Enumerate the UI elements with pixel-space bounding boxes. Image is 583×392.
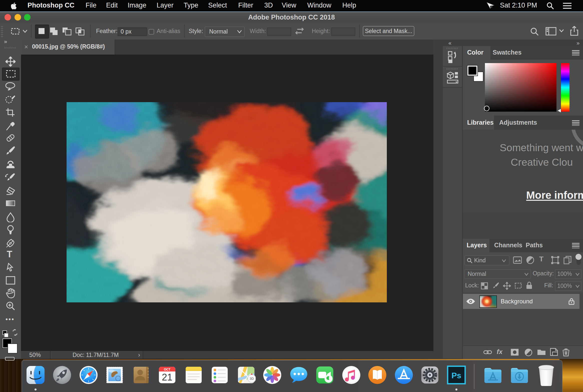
- svg-text:3D: 3D: [249, 377, 254, 380]
- svg-text:21: 21: [162, 372, 172, 382]
- svg-text:OCT: OCT: [164, 368, 171, 371]
- svg-text:Ps: Ps: [451, 371, 461, 380]
